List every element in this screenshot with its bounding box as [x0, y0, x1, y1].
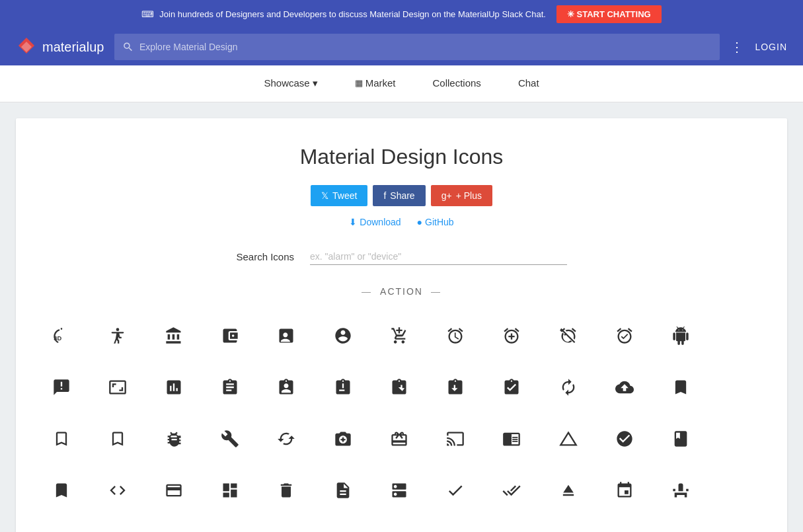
- download-label: Download: [360, 217, 401, 227]
- section-header: ACTION: [37, 286, 766, 297]
- start-chatting-button[interactable]: ✳ START CHATTING: [556, 5, 662, 23]
- icon-dns[interactable]: [376, 467, 422, 513]
- section-label: ACTION: [380, 286, 423, 297]
- icon-alarm-off[interactable]: [545, 313, 592, 359]
- icon-account-balance[interactable]: [151, 313, 197, 359]
- share-buttons: 𝕏 Tweet f Share g+ + Plus: [37, 185, 766, 206]
- icon-event[interactable]: [601, 467, 648, 513]
- svg-point-3: [116, 328, 119, 331]
- market-icon: ▦: [355, 78, 363, 88]
- icon-bookmark-border[interactable]: [38, 416, 85, 462]
- icon-autorenew[interactable]: [545, 364, 592, 410]
- top-banner: ⌨ Join hundreds of Designers and Develop…: [0, 0, 803, 28]
- github-link[interactable]: ● GitHub: [417, 217, 454, 227]
- icon-backup[interactable]: [601, 364, 648, 410]
- banner-text: Join hundreds of Designers and Developer…: [159, 9, 546, 19]
- nav-item-market[interactable]: ▦ Market: [350, 65, 401, 102]
- action-links: ⬇ Download ● GitHub: [37, 217, 766, 227]
- icon-placeholder-3: [714, 416, 760, 462]
- tweet-label: Tweet: [332, 190, 357, 201]
- page-title: Material Design Icons: [37, 145, 766, 169]
- icon-event-seat[interactable]: [658, 467, 704, 513]
- search-bar[interactable]: [114, 34, 720, 60]
- download-icon: ⬇: [349, 217, 357, 227]
- icon-assignment-returned[interactable]: [432, 364, 478, 410]
- icon-android[interactable]: [658, 313, 704, 359]
- icon-3d-rotation[interactable]: 3D: [38, 313, 85, 359]
- share-label: Share: [390, 190, 414, 201]
- icon-done-all[interactable]: [488, 467, 535, 513]
- icon-code[interactable]: [95, 467, 141, 513]
- icon-aspect-ratio[interactable]: [95, 364, 141, 410]
- chat-label: Chat: [518, 77, 539, 89]
- search-icon: [122, 41, 134, 53]
- download-link[interactable]: ⬇ Download: [349, 217, 401, 227]
- icon-build[interactable]: [207, 416, 253, 462]
- icon-assignment-late[interactable]: [320, 364, 366, 410]
- search-icons-row: Search Icons: [237, 248, 567, 265]
- icons-grid: 3D: [38, 313, 765, 513]
- icon-done[interactable]: [432, 467, 478, 513]
- icon-assignment-return[interactable]: [376, 364, 422, 410]
- icon-alarm[interactable]: [432, 313, 478, 359]
- icon-account-box[interactable]: [263, 313, 309, 359]
- nav-item-showcase[interactable]: Showcase ▾: [258, 65, 323, 102]
- icon-announcement[interactable]: [38, 364, 85, 410]
- logo-icon: [16, 36, 37, 57]
- nav-item-collections[interactable]: Collections: [428, 65, 486, 102]
- icon-class[interactable]: [658, 416, 704, 462]
- icon-assignment-turned-in[interactable]: [488, 364, 535, 410]
- icon-delete[interactable]: [263, 467, 309, 513]
- icon-search-input[interactable]: [310, 248, 566, 265]
- more-options-icon[interactable]: ⋮: [730, 39, 744, 55]
- icon-cast[interactable]: [432, 416, 478, 462]
- nav-item-chat[interactable]: Chat: [513, 65, 545, 102]
- icon-bookmark-outline[interactable]: [95, 416, 141, 462]
- keyboard-icon: ⌨: [141, 9, 154, 19]
- facebook-share-button[interactable]: f Share: [373, 185, 425, 206]
- content-card: Material Design Icons 𝕏 Tweet f Share g+…: [16, 118, 787, 532]
- github-icon: ●: [417, 217, 422, 227]
- icon-dashboard[interactable]: [207, 467, 253, 513]
- tweet-button[interactable]: 𝕏 Tweet: [311, 185, 367, 206]
- search-input[interactable]: [139, 42, 712, 52]
- icon-eject[interactable]: [545, 467, 592, 513]
- plus-label: + Plus: [456, 190, 482, 201]
- icon-accessibility[interactable]: [95, 313, 141, 359]
- icon-card-giftcard[interactable]: [376, 416, 422, 462]
- icon-alarm-add[interactable]: [488, 313, 535, 359]
- logo[interactable]: materialup: [16, 36, 104, 57]
- gplus-icon: g+: [441, 190, 452, 201]
- icon-bug-report[interactable]: [151, 416, 197, 462]
- icon-chrome-reader-mode[interactable]: [488, 416, 535, 462]
- icon-assignment[interactable]: [207, 364, 253, 410]
- icon-account-balance-wallet[interactable]: [207, 313, 253, 359]
- gplus-button[interactable]: g+ + Plus: [431, 185, 492, 206]
- icon-bookmark-red[interactable]: [38, 467, 85, 513]
- header-right: ⋮ LOGIN: [730, 39, 787, 55]
- icon-add-shopping-cart[interactable]: [376, 313, 422, 359]
- navigation: Showcase ▾ ▦ Market Collections Chat: [0, 65, 803, 102]
- icon-assignment-ind[interactable]: [263, 364, 309, 410]
- logo-text: materialup: [42, 40, 104, 55]
- icon-placeholder-1: [714, 313, 760, 359]
- icon-camera-enhance[interactable]: [320, 416, 366, 462]
- icon-account-circle[interactable]: [320, 313, 366, 359]
- main-content: Material Design Icons 𝕏 Tweet f Share g+…: [0, 102, 803, 532]
- icon-triangle[interactable]: [545, 416, 592, 462]
- collections-label: Collections: [433, 77, 481, 89]
- login-button[interactable]: LOGIN: [755, 42, 787, 52]
- icon-placeholder-4: [714, 467, 760, 513]
- twitter-icon: 𝕏: [321, 190, 328, 201]
- icon-assessment[interactable]: [151, 364, 197, 410]
- banner-message: ⌨ Join hundreds of Designers and Develop…: [141, 9, 546, 19]
- icon-credit-card[interactable]: [151, 467, 197, 513]
- header: materialup ⋮ LOGIN: [0, 28, 803, 65]
- icon-description[interactable]: [320, 467, 366, 513]
- icon-check-circle[interactable]: [601, 416, 648, 462]
- icon-placeholder-2: [714, 364, 760, 410]
- icon-alarm-on[interactable]: [601, 313, 648, 359]
- icon-cached[interactable]: [263, 416, 309, 462]
- icon-bookmark-filled[interactable]: [658, 364, 704, 410]
- chevron-down-icon: ▾: [313, 77, 318, 89]
